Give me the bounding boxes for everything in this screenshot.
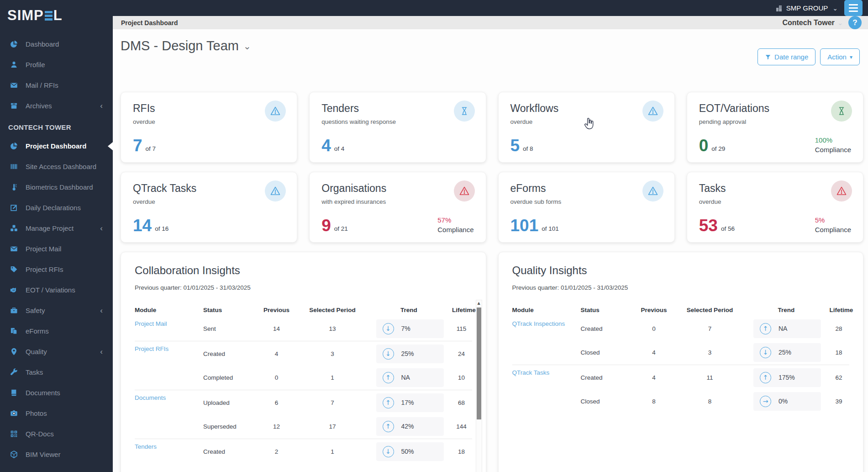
- map-pin-icon: [9, 348, 18, 355]
- sidebar-item-project-dashboard[interactable]: Project Dashboard: [0, 136, 113, 156]
- sidebar-item-photos[interactable]: Photos: [0, 403, 113, 424]
- scroll-up-arrow-icon[interactable]: ▲: [476, 301, 482, 305]
- quality-insights-panel: Quality Insights Previous quarter: 01/01…: [498, 252, 864, 472]
- card-rfis[interactable]: RFIs overdue 7of 7: [121, 92, 297, 163]
- card-of-total: of 8: [523, 145, 533, 154]
- card-eot-variations[interactable]: EOT/Variations pending approval 0of 29 1…: [687, 92, 863, 163]
- previous-cell: 0: [256, 374, 299, 381]
- selected-cell: 1: [299, 448, 368, 455]
- card-of-total: of 21: [334, 225, 348, 234]
- card-eforms[interactable]: eForms overdue sub forms 101of 101: [498, 172, 675, 243]
- thermometer-icon: [9, 183, 18, 191]
- lifetime-cell: 28: [830, 325, 850, 332]
- card-organisations[interactable]: Organisations with expired insurances 9o…: [309, 172, 486, 243]
- module-link: [512, 389, 581, 393]
- sidebar-item-safety[interactable]: Safety ‹: [0, 300, 113, 321]
- trend-badge: ↓25%: [753, 343, 821, 362]
- lifetime-cell: 18: [452, 448, 473, 455]
- card-title: RFIs: [133, 102, 285, 115]
- top-bar: SMP GROUP ⌄: [113, 0, 868, 16]
- trend-right-icon: →: [760, 396, 771, 407]
- chevron-down-icon: ⌄: [243, 41, 251, 52]
- col-status: Status: [581, 307, 633, 313]
- date-range-button[interactable]: Date range: [758, 48, 815, 65]
- trend-badge: →0%: [753, 392, 821, 411]
- project-switcher[interactable]: Contech Tower ⌄: [782, 19, 843, 27]
- trend-up-icon: ↑: [383, 372, 394, 383]
- sidebar-item-label: Profile: [26, 61, 45, 69]
- sidebar-item-biometrics-dashboard[interactable]: Biometrics Dashboard: [0, 177, 113, 197]
- table-header: Module Status Previous Selected Period T…: [512, 303, 850, 317]
- hamburger-menu-button[interactable]: [844, 0, 863, 16]
- card-of-total: of 4: [334, 145, 345, 154]
- status-cell: Created: [203, 448, 256, 455]
- org-switcher[interactable]: SMP GROUP ⌄: [775, 4, 838, 12]
- sidebar-item-dashboard[interactable]: Dashboard: [0, 34, 113, 54]
- table-row: QTrack Tasks Created 4 11 ↑175% 62: [512, 366, 850, 389]
- sidebar-item-tasks[interactable]: Tasks: [0, 362, 113, 382]
- sidebar-item-daily-declarations[interactable]: Daily Declarations: [0, 197, 113, 218]
- table-header: Module Status Previous Selected Period T…: [135, 303, 472, 317]
- dashboard-content: DMS - Design Team ⌄ Date range Action ▾: [113, 29, 868, 472]
- module-link[interactable]: QTrack Inspections: [512, 317, 581, 327]
- module-link: [135, 366, 203, 369]
- sidebar-item-eot-variations[interactable]: EOT / Variations: [0, 280, 113, 300]
- previous-cell: 4: [256, 350, 299, 357]
- module-link[interactable]: Project RFIs: [135, 342, 203, 352]
- status-cell: Closed: [581, 349, 633, 356]
- card-qtrack-tasks[interactable]: QTrack Tasks overdue 14of 16: [121, 172, 297, 243]
- status-cell: Created: [581, 374, 633, 381]
- org-name: SMP GROUP: [786, 4, 828, 12]
- sidebar-item-site-access-dashboard[interactable]: Site Access Dashboard: [0, 156, 113, 177]
- sidebar-item-eforms[interactable]: eForms: [0, 321, 113, 341]
- sidebar-item-project-rfis[interactable]: Project RFIs: [0, 259, 113, 280]
- dashboard-title-dropdown[interactable]: DMS - Design Team ⌄: [121, 38, 251, 53]
- warning-triangle-icon: [265, 180, 286, 202]
- previous-cell: 2: [256, 448, 299, 455]
- panel-title: Quality Insights: [512, 264, 850, 277]
- warning-triangle-icon: [642, 101, 663, 122]
- module-link[interactable]: QTrack Tasks: [512, 366, 581, 376]
- trend-value: NA: [401, 374, 410, 381]
- trend-up-icon: ↑: [760, 323, 771, 334]
- sidebar-item-manage-project[interactable]: Manage Project ‹: [0, 218, 113, 239]
- module-link[interactable]: Tenders: [135, 440, 203, 450]
- trend-up-icon: ↑: [383, 397, 394, 408]
- sidebar-item-documents[interactable]: Documents: [0, 382, 113, 403]
- trend-badge: ↑175%: [753, 368, 821, 387]
- card-of-total: of 29: [711, 145, 725, 154]
- status-cell: Closed: [581, 398, 633, 405]
- module-link[interactable]: Project Mail: [135, 317, 203, 327]
- trend-value: 175%: [779, 374, 795, 381]
- card-tenders[interactable]: Tenders questions waiting response 4of 4: [309, 92, 486, 163]
- sidebar-item-quality[interactable]: Quality ‹: [0, 341, 113, 362]
- card-title: Tenders: [321, 102, 473, 115]
- sidebar-item-mail-rfis[interactable]: Mail / RFIs: [0, 75, 113, 95]
- col-module: Module: [135, 307, 203, 313]
- sidebar-item-archives[interactable]: Archives ‹: [0, 95, 113, 116]
- table-row: Completed 0 1 ↑NA 10: [135, 366, 472, 389]
- card-tasks[interactable]: Tasks overdue 53of 56 5%Compliance: [687, 172, 863, 243]
- compliance-label: Compliance: [815, 225, 851, 235]
- warning-triangle-icon: [265, 101, 286, 122]
- trend-value: 17%: [401, 399, 414, 406]
- selected-cell: 11: [677, 374, 745, 381]
- help-button[interactable]: ?: [848, 16, 862, 29]
- trend-down-icon: ↓: [383, 446, 394, 457]
- module-link[interactable]: Documents: [135, 391, 203, 401]
- action-button[interactable]: Action ▾: [820, 48, 860, 65]
- table-scrollbar[interactable]: ▲: [476, 300, 482, 472]
- sidebar-item-profile[interactable]: Profile: [0, 54, 113, 75]
- col-module: Module: [512, 307, 581, 313]
- sidebar-item-project-mail[interactable]: Project Mail: [0, 239, 113, 259]
- logo-text-suffix: L: [53, 7, 63, 24]
- sidebar-item-label: Mail / RFIs: [26, 81, 58, 89]
- sidebar-item-qr-docs[interactable]: QR-Docs: [0, 424, 113, 444]
- stat-cards: RFIs overdue 7of 7 Tenders questions wai…: [121, 92, 863, 243]
- scrollbar-thumb[interactable]: [477, 308, 481, 419]
- sidebar-item-bim-viewer[interactable]: BIM Viewer: [0, 444, 113, 465]
- selected-cell: 3: [299, 350, 368, 357]
- filter-funnel-icon: [765, 54, 771, 60]
- card-title: eForms: [510, 182, 663, 195]
- card-workflows[interactable]: Workflows overdue 5of 8: [498, 92, 675, 163]
